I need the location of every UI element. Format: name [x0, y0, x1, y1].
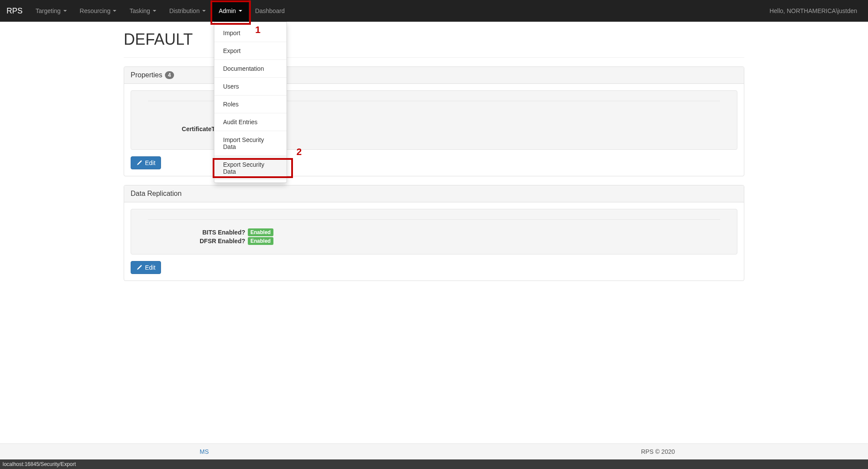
nav-left: RPS Targeting Resourcing Tasking Distrib…	[7, 0, 291, 22]
nav-tasking[interactable]: Tasking	[123, 0, 162, 22]
data-replication-body: BITS Enabled? Enabled DFSR Enabled? Enab…	[124, 202, 744, 281]
footer-ms-link[interactable]: MS	[200, 448, 209, 455]
properties-count-badge: 4	[165, 71, 174, 79]
properties-heading-label: Properties	[131, 71, 162, 79]
nav-resourcing-label: Resourcing	[80, 7, 111, 14]
chevron-down-icon	[153, 10, 156, 12]
dfsr-enabled-label: DFSR Enabled?	[139, 238, 248, 244]
brand[interactable]: RPS	[7, 7, 29, 16]
data-replication-heading: Data Replication	[124, 185, 744, 202]
data-replication-panel: Data Replication BITS Enabled? Enabled D…	[124, 185, 744, 281]
footer-copyright: RPS © 2020	[641, 448, 675, 455]
menu-audit-entries[interactable]: Audit Entries	[214, 113, 286, 131]
admin-dropdown: Import Export Documentation Users Roles …	[214, 22, 287, 183]
edit-icon	[136, 264, 142, 271]
edit-icon	[136, 160, 142, 166]
nav-resourcing[interactable]: Resourcing	[73, 0, 123, 22]
data-replication-well: BITS Enabled? Enabled DFSR Enabled? Enab…	[131, 209, 737, 254]
top-navbar: RPS Targeting Resourcing Tasking Distrib…	[0, 0, 868, 22]
nav-dashboard[interactable]: Dashboard	[249, 0, 292, 22]
browser-status-bar: localhost:16845/Security/Export	[0, 459, 868, 469]
nav-tasking-label: Tasking	[129, 7, 150, 14]
nav-admin[interactable]: Admin	[212, 0, 249, 22]
chevron-down-icon	[113, 10, 116, 12]
menu-users[interactable]: Users	[214, 78, 286, 96]
chevron-down-icon	[202, 10, 206, 12]
nav-distribution-label: Distribution	[169, 7, 200, 14]
menu-export-security-data[interactable]: Export Security Data	[214, 156, 286, 180]
chevron-down-icon	[239, 10, 242, 12]
chevron-down-icon	[63, 10, 67, 12]
menu-export[interactable]: Export	[214, 42, 286, 60]
nav-dashboard-label: Dashboard	[255, 7, 285, 14]
edit-replication-label: Edit	[145, 264, 155, 271]
page-container: DEFAULT Properties 4 Hostname DEFAULT Ip…	[117, 30, 751, 324]
menu-documentation[interactable]: Documentation	[214, 60, 286, 78]
edit-properties-label: Edit	[145, 159, 155, 166]
user-greeting[interactable]: Hello, NORTHAMERICA\justden	[765, 7, 861, 14]
menu-roles[interactable]: Roles	[214, 96, 286, 113]
bits-enabled-label: BITS Enabled?	[139, 229, 248, 236]
bits-enabled-badge: Enabled	[248, 228, 273, 236]
nav-distribution[interactable]: Distribution	[163, 0, 212, 22]
menu-import[interactable]: Import	[214, 24, 286, 42]
dfsr-enabled-badge: Enabled	[248, 237, 273, 245]
nav-targeting[interactable]: Targeting	[29, 0, 73, 22]
annotation-number-2: 2	[296, 146, 302, 158]
nav-targeting-label: Targeting	[36, 7, 61, 14]
divider	[148, 219, 720, 220]
edit-replication-button[interactable]: Edit	[131, 261, 161, 274]
edit-properties-button[interactable]: Edit	[131, 156, 161, 169]
footer: MS RPS © 2020 localhost:16845/Security/E…	[0, 443, 868, 469]
nav-admin-label: Admin	[219, 7, 236, 14]
annotation-number-1: 1	[255, 24, 260, 36]
data-replication-heading-label: Data Replication	[131, 190, 181, 198]
menu-import-security-data[interactable]: Import Security Data	[214, 131, 286, 156]
status-url: localhost:16845/Security/Export	[3, 461, 76, 467]
